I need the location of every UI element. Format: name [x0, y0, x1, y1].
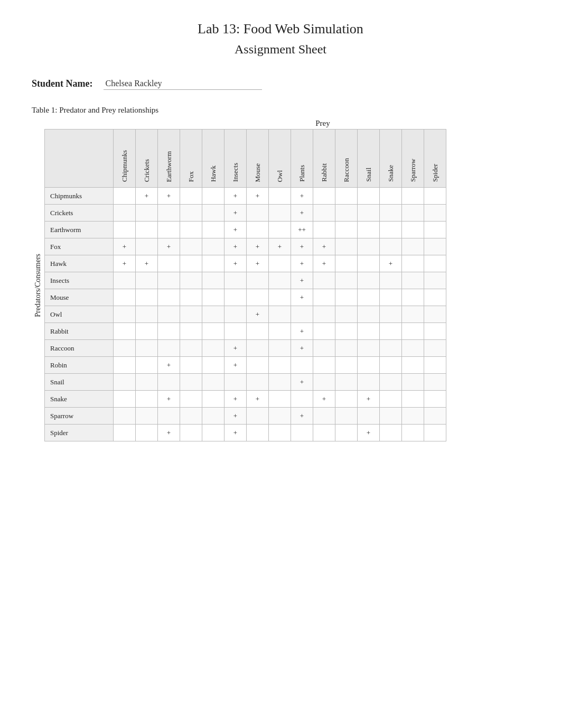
cell-mouse-crickets	[136, 289, 158, 306]
cell-sparrow-mouse	[247, 408, 269, 425]
cell-hawk-mouse: +	[247, 255, 269, 272]
cell-hawk-fox	[180, 255, 202, 272]
cell-insects-sparrow	[402, 272, 424, 289]
cell-snake-owl	[269, 391, 291, 408]
cell-earthworm-snake	[380, 222, 402, 238]
cell-raccoon-hawk	[202, 340, 225, 357]
cell-insects-snail	[358, 272, 380, 289]
cell-owl-sparrow	[402, 306, 424, 323]
cell-robin-crickets	[136, 357, 158, 374]
cell-hawk-spider	[424, 255, 446, 272]
cell-owl-snake	[380, 306, 402, 323]
cell-spider-rabbit	[313, 425, 335, 441]
cell-crickets-snail	[358, 205, 380, 222]
cell-chipmunks-chipmunks	[114, 188, 136, 205]
cell-snake-hawk	[202, 391, 225, 408]
cell-rabbit-plants: +	[291, 323, 313, 340]
cell-snake-plants	[291, 391, 313, 408]
cell-fox-plants: +	[291, 238, 313, 255]
cell-fox-rabbit: +	[313, 238, 335, 255]
cell-robin-fox	[180, 357, 202, 374]
cell-snail-snake	[380, 374, 402, 391]
cell-mouse-mouse	[247, 289, 269, 306]
cell-sparrow-raccoon	[335, 408, 358, 425]
cell-crickets-insects: +	[225, 205, 247, 222]
row-label-rabbit: Rabbit	[45, 323, 114, 340]
cell-sparrow-plants: +	[291, 408, 313, 425]
cell-chipmunks-snake	[380, 188, 402, 205]
cell-robin-earthworm: +	[158, 357, 180, 374]
cell-hawk-insects: +	[225, 255, 247, 272]
col-header-snail: Snail	[358, 130, 380, 188]
cell-insects-hawk	[202, 272, 225, 289]
cell-rabbit-chipmunks	[114, 323, 136, 340]
cell-rabbit-snail	[358, 323, 380, 340]
cell-snail-owl	[269, 374, 291, 391]
cell-fox-raccoon	[335, 238, 358, 255]
cell-earthworm-owl	[269, 222, 291, 238]
cell-robin-sparrow	[402, 357, 424, 374]
student-name-value: Chelsea Rackley	[104, 78, 262, 90]
cell-robin-snake	[380, 357, 402, 374]
col-header-mouse: Mouse	[247, 130, 269, 188]
cell-snail-spider	[424, 374, 446, 391]
cell-insects-crickets	[136, 272, 158, 289]
cell-mouse-insects	[225, 289, 247, 306]
cell-sparrow-fox	[180, 408, 202, 425]
cell-mouse-earthworm	[158, 289, 180, 306]
cell-insects-owl	[269, 272, 291, 289]
cell-hawk-raccoon	[335, 255, 358, 272]
cell-insects-plants: +	[291, 272, 313, 289]
cell-sparrow-hawk	[202, 408, 225, 425]
cell-earthworm-crickets	[136, 222, 158, 238]
cell-raccoon-earthworm	[158, 340, 180, 357]
cell-snail-raccoon	[335, 374, 358, 391]
col-header-snake: Snake	[380, 130, 402, 188]
cell-raccoon-rabbit	[313, 340, 335, 357]
col-header-spider: Spider	[424, 130, 446, 188]
row-label-insects: Insects	[45, 272, 114, 289]
row-label-sparrow: Sparrow	[45, 408, 114, 425]
cell-snake-snake	[380, 391, 402, 408]
row-label-hawk: Hawk	[45, 255, 114, 272]
cell-crickets-owl	[269, 205, 291, 222]
cell-sparrow-owl	[269, 408, 291, 425]
cell-spider-snail: +	[358, 425, 380, 441]
cell-owl-raccoon	[335, 306, 358, 323]
cell-hawk-plants: +	[291, 255, 313, 272]
table-header-row: ChipmunksCricketsEarthwormFoxHawkInsects…	[45, 130, 446, 188]
cell-spider-mouse	[247, 425, 269, 441]
table-row: Sparrow++	[45, 408, 446, 425]
col-header-chipmunks: Chipmunks	[114, 130, 136, 188]
col-header-hawk: Hawk	[202, 130, 225, 188]
table-row: Insects+	[45, 272, 446, 289]
cell-rabbit-earthworm	[158, 323, 180, 340]
cell-crickets-plants: +	[291, 205, 313, 222]
cell-crickets-mouse	[247, 205, 269, 222]
cell-snail-sparrow	[402, 374, 424, 391]
cell-spider-snake	[380, 425, 402, 441]
cell-crickets-snake	[380, 205, 402, 222]
cell-earthworm-insects: +	[225, 222, 247, 238]
cell-mouse-rabbit	[313, 289, 335, 306]
cell-chipmunks-raccoon	[335, 188, 358, 205]
cell-snake-snail: +	[358, 391, 380, 408]
cell-snake-fox	[180, 391, 202, 408]
row-label-spider: Spider	[45, 425, 114, 441]
cell-earthworm-mouse	[247, 222, 269, 238]
cell-snake-rabbit: +	[313, 391, 335, 408]
table-row: Spider+++	[45, 425, 446, 441]
cell-insects-spider	[424, 272, 446, 289]
cell-owl-spider	[424, 306, 446, 323]
cell-fox-snake	[380, 238, 402, 255]
row-label-earthworm: Earthworm	[45, 222, 114, 238]
cell-snail-chipmunks	[114, 374, 136, 391]
col-header-crickets: Crickets	[136, 130, 158, 188]
row-label-crickets: Crickets	[45, 205, 114, 222]
cell-spider-hawk	[202, 425, 225, 441]
cell-rabbit-spider	[424, 323, 446, 340]
table-title: Table 1: Predator and Prey relationships	[32, 106, 529, 115]
cell-snake-earthworm: +	[158, 391, 180, 408]
cell-mouse-plants: +	[291, 289, 313, 306]
cell-snake-crickets	[136, 391, 158, 408]
